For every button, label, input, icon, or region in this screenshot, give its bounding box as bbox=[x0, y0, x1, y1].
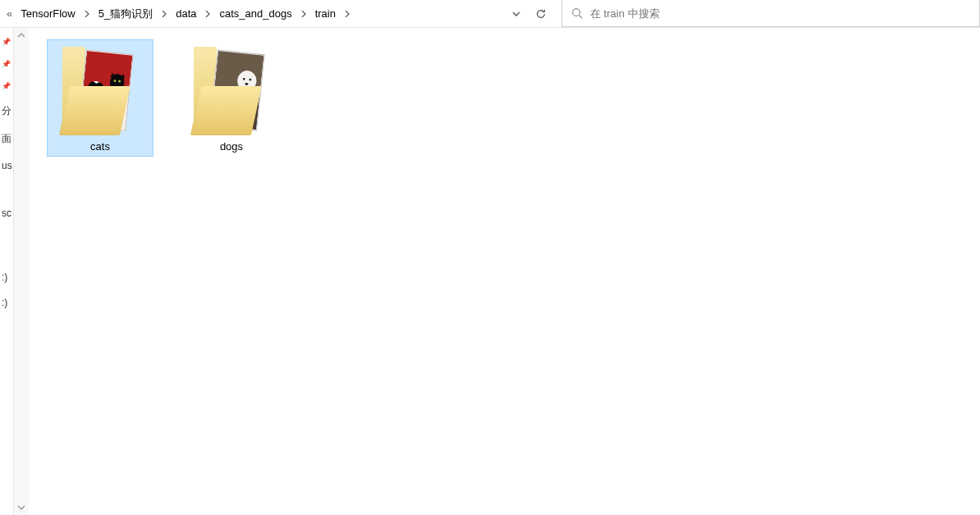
pin-icon: 📌 bbox=[2, 38, 11, 46]
breadcrumb-item[interactable]: train bbox=[310, 2, 341, 26]
sidebar-item[interactable]: 📌 bbox=[0, 82, 13, 90]
folder-item-dogs[interactable]: dogs bbox=[178, 39, 285, 157]
nav-pane-fragment: 📌 📌 📌 分 面 us sc :) :) bbox=[0, 28, 14, 515]
svg-point-0 bbox=[573, 9, 580, 16]
chevron-right-icon[interactable] bbox=[158, 11, 171, 17]
breadcrumb-item[interactable]: TensorFlow bbox=[16, 2, 80, 26]
sidebar-item[interactable]: :) bbox=[0, 271, 13, 283]
nav-pane-scrollbar[interactable] bbox=[14, 28, 29, 515]
sidebar-item[interactable]: :) bbox=[0, 297, 13, 308]
breadcrumb-item[interactable]: cats_and_dogs bbox=[214, 2, 296, 26]
search-input[interactable] bbox=[590, 7, 973, 20]
scroll-up-arrow[interactable] bbox=[14, 28, 28, 43]
folder-grid[interactable]: cats bbox=[29, 28, 980, 515]
chevron-right-icon[interactable] bbox=[341, 11, 354, 17]
folder-label: cats bbox=[90, 140, 110, 153]
search-icon bbox=[569, 7, 585, 19]
folder-icon bbox=[190, 47, 272, 135]
pin-icon: 📌 bbox=[2, 82, 11, 90]
folder-icon bbox=[59, 47, 141, 135]
sidebar-item[interactable]: sc bbox=[0, 207, 13, 219]
scroll-down-arrow[interactable] bbox=[14, 500, 28, 515]
file-view-body: 📌 📌 📌 分 面 us sc :) :) bbox=[0, 28, 980, 515]
breadcrumb[interactable]: TensorFlow 5_猫狗识别 data cats_and_dogs tra… bbox=[16, 2, 504, 26]
folder-item-cats[interactable]: cats bbox=[47, 39, 153, 157]
breadcrumb-container: « TensorFlow 5_猫狗识别 data cats_and_dogs t… bbox=[0, 0, 553, 27]
sidebar-item[interactable]: us bbox=[0, 160, 13, 171]
sidebar-item[interactable]: 📌 bbox=[0, 38, 13, 46]
search-box[interactable] bbox=[561, 0, 980, 27]
chevron-right-icon[interactable] bbox=[201, 11, 214, 17]
sidebar-item[interactable]: 面 bbox=[0, 132, 13, 146]
chevron-right-icon[interactable] bbox=[80, 11, 94, 17]
breadcrumb-item[interactable]: data bbox=[171, 2, 201, 26]
refresh-button[interactable] bbox=[529, 8, 553, 20]
scroll-track[interactable] bbox=[14, 43, 28, 500]
folder-label: dogs bbox=[220, 140, 243, 153]
sidebar-item[interactable]: 📌 bbox=[0, 60, 13, 68]
sidebar-item[interactable]: 分 bbox=[0, 104, 13, 118]
breadcrumb-item[interactable]: 5_猫狗识别 bbox=[94, 2, 158, 26]
pin-icon: 📌 bbox=[2, 60, 11, 68]
svg-line-1 bbox=[579, 16, 583, 19]
address-bar: « TensorFlow 5_猫狗识别 data cats_and_dogs t… bbox=[0, 0, 980, 28]
chevron-right-icon[interactable] bbox=[297, 11, 310, 17]
address-dropdown-button[interactable] bbox=[504, 10, 529, 18]
breadcrumb-overflow-icon[interactable]: « bbox=[3, 7, 16, 20]
